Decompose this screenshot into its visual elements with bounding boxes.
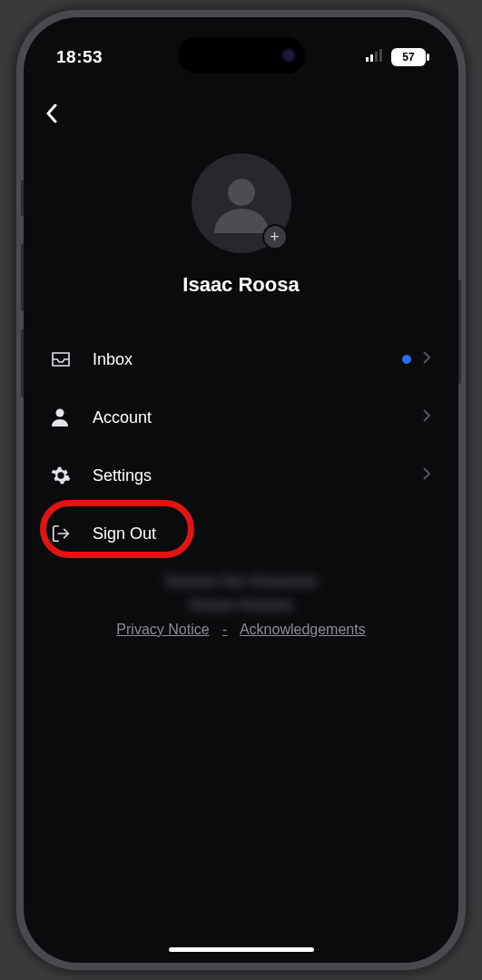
profile-name: Isaac Roosa [182,273,299,297]
menu-label: Inbox [93,350,402,369]
footer: Xxxxxxx Xxx Xxxxxxxxx Xxxxxx Xxxxxxx Pri… [24,571,458,638]
svg-point-4 [228,179,255,206]
plus-icon: + [270,229,280,245]
chevron-right-icon [422,350,431,368]
add-photo-button[interactable]: + [262,224,288,250]
status-time: 18:53 [56,47,103,67]
person-icon [209,171,274,236]
svg-rect-3 [379,49,382,62]
svg-rect-1 [370,54,373,62]
menu-label: Settings [93,466,422,485]
separator: - [222,622,227,637]
unread-badge [402,355,411,364]
status-bar: 18:53 57 [24,39,458,75]
gear-icon [51,466,93,485]
menu-item-sign-out[interactable]: Sign Out [51,505,431,563]
cellular-icon [366,49,384,65]
inbox-icon [51,351,93,368]
svg-point-5 [56,409,64,417]
acknowledgements-link[interactable]: Acknowledgements [240,622,366,637]
chevron-left-icon [45,103,58,123]
avatar[interactable]: + [192,153,291,253]
battery-level: 57 [402,51,414,64]
chevron-right-icon [422,408,431,426]
sign-out-icon [51,524,93,544]
menu-list: Inbox Account Settings [51,330,431,563]
profile-header: + Isaac Roosa [24,153,458,297]
battery-indicator: 57 [391,48,426,66]
svg-rect-0 [366,57,369,62]
back-button[interactable] [45,103,58,127]
menu-item-account[interactable]: Account [51,388,431,446]
menu-item-settings[interactable]: Settings [51,446,431,505]
menu-label: Account [93,408,422,427]
svg-rect-2 [375,52,378,62]
privacy-notice-link[interactable]: Privacy Notice [116,622,209,637]
person-icon [51,407,93,427]
redacted-text: Xxxxxx Xxxxxxx [24,594,458,616]
screen: 18:53 57 + Isaac Roosa [24,17,458,963]
redacted-text: Xxxxxxx Xxx Xxxxxxxxx [24,571,458,593]
chevron-right-icon [422,466,431,485]
menu-item-inbox[interactable]: Inbox [51,330,431,388]
menu-label: Sign Out [93,524,431,544]
home-indicator[interactable] [169,947,314,952]
phone-frame: 18:53 57 + Isaac Roosa [14,7,468,973]
